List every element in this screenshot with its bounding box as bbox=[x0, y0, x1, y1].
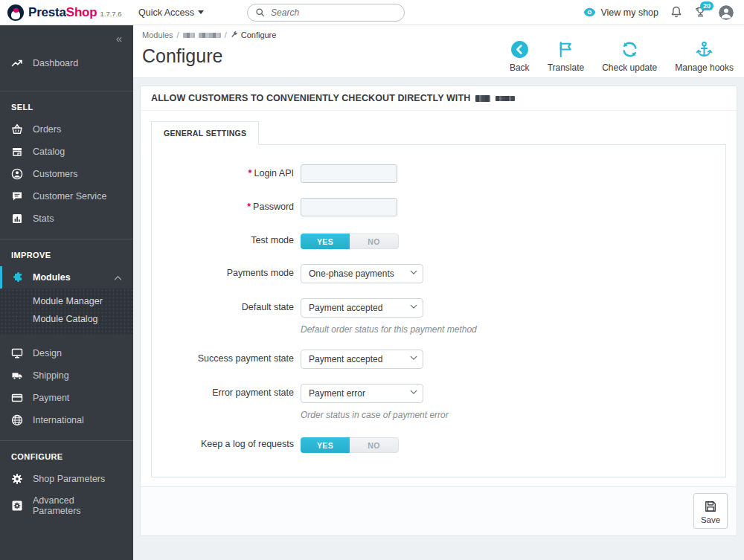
field-label: Error payment state bbox=[152, 384, 301, 420]
help-text: Default order status for this payment me… bbox=[301, 324, 477, 335]
success-payment-state-select[interactable]: Payment accepted bbox=[301, 350, 423, 369]
chat-icon bbox=[11, 190, 23, 202]
breadcrumb: Modules / / Configure bbox=[142, 30, 735, 39]
field-label: *Login API bbox=[152, 164, 301, 183]
sidebar-item-label: Payment bbox=[33, 393, 69, 403]
field-label: Test mode bbox=[152, 231, 301, 249]
sidebar-section-improve: IMPROVE bbox=[0, 239, 133, 266]
redacted-module-name bbox=[475, 95, 490, 102]
sidebar-item-module-catalog[interactable]: Module Catalog bbox=[0, 310, 133, 328]
bell-icon bbox=[670, 6, 682, 19]
sidebar-item-international[interactable]: International bbox=[0, 409, 133, 431]
sidebar-item-module-manager[interactable]: Module Manager bbox=[0, 292, 133, 310]
toggle-yes-button[interactable]: YES bbox=[301, 234, 350, 249]
form-row-keep-log: Keep a log of requests YES NO bbox=[152, 435, 725, 453]
sidebar-item-shop-parameters[interactable]: Shop Parameters bbox=[0, 468, 133, 490]
error-payment-state-select[interactable]: Payment error bbox=[301, 384, 423, 403]
person-circle-icon bbox=[11, 168, 23, 180]
view-my-shop-link[interactable]: View my shop bbox=[583, 7, 658, 18]
sidebar-section-configure: CONFIGURE bbox=[0, 441, 133, 468]
search-input[interactable] bbox=[271, 7, 397, 18]
tab-bar: GENERAL SETTINGS bbox=[151, 121, 726, 144]
brand[interactable]: PrestaShop 1.7.7.6 bbox=[0, 4, 138, 21]
sidebar-item-label: Customer Service bbox=[33, 191, 106, 202]
notifications-bell-button[interactable] bbox=[670, 6, 682, 19]
breadcrumb-modules-link[interactable]: Modules bbox=[142, 30, 173, 39]
module-config-card: ALLOW CUSTOMERS TO CONVENIENTLY CHECKOUT… bbox=[140, 86, 737, 536]
flag-icon bbox=[557, 40, 575, 59]
sidebar-item-label: Modules bbox=[33, 272, 71, 283]
anchor-icon bbox=[695, 40, 713, 59]
default-state-select[interactable]: Payment accepted bbox=[301, 298, 423, 318]
redacted-module-name bbox=[183, 33, 195, 38]
required-marker: * bbox=[247, 202, 251, 212]
tab-general-settings[interactable]: GENERAL SETTINGS bbox=[151, 121, 259, 145]
help-text: Order status in case of payment error bbox=[301, 410, 449, 420]
payments-mode-select[interactable]: One-phase payments bbox=[301, 264, 423, 283]
sidebar-section-sell: SELL bbox=[0, 91, 133, 118]
sidebar-item-stats[interactable]: Stats bbox=[0, 207, 133, 230]
translate-button[interactable]: Translate bbox=[548, 40, 585, 73]
sidebar-item-design[interactable]: Design bbox=[0, 342, 133, 364]
sidebar-item-customers[interactable]: Customers bbox=[0, 163, 133, 185]
card-footer: Save bbox=[141, 486, 737, 535]
field-label: Success payment state bbox=[152, 350, 301, 369]
truck-icon bbox=[11, 370, 23, 382]
sidebar-item-orders[interactable]: Orders bbox=[0, 118, 133, 141]
sidebar-item-advanced-parameters[interactable]: Advanced Parameters bbox=[0, 490, 133, 521]
form-row-login-api: *Login API bbox=[152, 164, 725, 183]
brand-wordmark: PrestaShop bbox=[28, 5, 97, 20]
page-header: Modules / / Configure Configure bbox=[133, 25, 744, 78]
store-icon bbox=[11, 146, 23, 158]
credit-card-icon bbox=[11, 392, 23, 404]
refresh-icon bbox=[620, 40, 639, 59]
toggle-no-button[interactable]: NO bbox=[350, 234, 399, 249]
globe-icon bbox=[11, 414, 23, 426]
sidebar-item-label: Orders bbox=[33, 124, 61, 135]
sidebar-item-payment[interactable]: Payment bbox=[0, 387, 133, 409]
back-button[interactable]: Back bbox=[510, 40, 530, 73]
toolbar-actions: Back Translate Check update bbox=[510, 40, 734, 73]
default-state-select-wrap: Payment accepted bbox=[301, 298, 423, 318]
sidebar-item-modules[interactable]: Modules bbox=[0, 266, 133, 289]
sidebar-item-catalog[interactable]: Catalog bbox=[0, 141, 133, 163]
sidebar-item-label: International bbox=[33, 415, 84, 425]
form-row-test-mode: Test mode YES NO bbox=[152, 231, 725, 249]
eye-icon bbox=[583, 7, 596, 17]
profile-menu-button[interactable] bbox=[719, 5, 734, 20]
back-circle-icon bbox=[510, 40, 529, 59]
sidebar-item-label: Shop Parameters bbox=[33, 474, 105, 484]
sidebar-item-shipping[interactable]: Shipping bbox=[0, 364, 133, 387]
quick-access-dropdown[interactable]: Quick Access bbox=[138, 7, 204, 18]
version-label: 1.7.7.6 bbox=[100, 10, 121, 18]
toggle-no-button[interactable]: NO bbox=[350, 437, 399, 453]
save-button[interactable]: Save bbox=[693, 493, 728, 529]
main-area: ALLOW CUSTOMERS TO CONVENIENTLY CHECKOUT… bbox=[133, 78, 744, 560]
login-api-field[interactable] bbox=[301, 164, 397, 183]
chevron-up-icon bbox=[114, 275, 122, 280]
sidebar-item-customer-service[interactable]: Customer Service bbox=[0, 185, 133, 207]
redacted-module-name bbox=[199, 33, 221, 38]
modules-submenu: Module Manager Module Catalog bbox=[0, 289, 133, 335]
notification-count-badge: 20 bbox=[700, 1, 713, 10]
card-header: ALLOW CUSTOMERS TO CONVENIENTLY CHECKOUT… bbox=[141, 86, 737, 111]
payments-mode-select-wrap: One-phase payments bbox=[301, 264, 423, 283]
check-update-button[interactable]: Check update bbox=[602, 40, 657, 73]
field-label: Default state bbox=[152, 298, 301, 335]
sidebar-item-label: Dashboard bbox=[33, 58, 78, 68]
sidebar-item-dashboard[interactable]: Dashboard bbox=[0, 52, 133, 74]
gear-square-icon bbox=[11, 500, 23, 512]
keep-log-toggle: YES NO bbox=[301, 437, 399, 453]
toggle-yes-button[interactable]: YES bbox=[301, 437, 350, 453]
sidebar-item-label: Catalog bbox=[33, 147, 65, 157]
basket-icon bbox=[11, 123, 23, 135]
breadcrumb-current: Configure bbox=[231, 30, 277, 39]
top-navbar: PrestaShop 1.7.7.6 Quick Access View my … bbox=[0, 0, 744, 25]
search-bar[interactable] bbox=[247, 4, 405, 22]
monitor-icon bbox=[11, 347, 23, 359]
password-field[interactable] bbox=[301, 198, 397, 216]
manage-hooks-button[interactable]: Manage hooks bbox=[675, 40, 734, 73]
collapse-chevrons-icon: « bbox=[116, 32, 122, 45]
updates-trophy-button[interactable]: 20 bbox=[694, 6, 707, 19]
sidebar-collapse-button[interactable]: « bbox=[0, 25, 133, 46]
